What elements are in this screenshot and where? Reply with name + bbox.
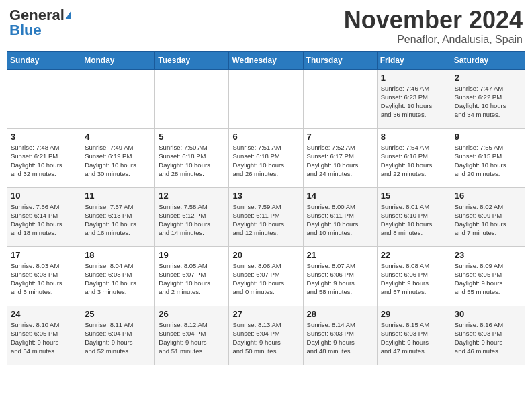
day-info: Sunrise: 7:46 AM Sunset: 6:23 PM Dayligh…: [381, 84, 447, 120]
day-info: Sunrise: 7:48 AM Sunset: 6:21 PM Dayligh…: [11, 143, 77, 179]
calendar-cell: 1Sunrise: 7:46 AM Sunset: 6:23 PM Daylig…: [377, 69, 451, 128]
day-number: 12: [159, 191, 225, 201]
day-info: Sunrise: 7:58 AM Sunset: 6:12 PM Dayligh…: [159, 202, 225, 238]
day-info: Sunrise: 8:11 AM Sunset: 6:04 PM Dayligh…: [85, 320, 151, 356]
weekday-header: Friday: [377, 51, 451, 69]
day-number: 7: [307, 132, 373, 142]
calendar-cell: 26Sunrise: 8:12 AM Sunset: 6:04 PM Dayli…: [155, 306, 229, 365]
logo-blue: Blue: [9, 21, 42, 39]
calendar-cell: 14Sunrise: 8:00 AM Sunset: 6:11 PM Dayli…: [303, 187, 377, 246]
day-number: 2: [455, 73, 521, 83]
calendar-week-row: 3Sunrise: 7:48 AM Sunset: 6:21 PM Daylig…: [7, 128, 525, 187]
day-number: 3: [11, 132, 77, 142]
calendar-cell: 22Sunrise: 8:08 AM Sunset: 6:06 PM Dayli…: [377, 246, 451, 306]
weekday-header: Saturday: [451, 51, 525, 69]
day-number: 9: [455, 132, 521, 142]
day-number: 29: [381, 309, 447, 319]
calendar-cell: [229, 69, 303, 128]
calendar-cell: 5Sunrise: 7:50 AM Sunset: 6:18 PM Daylig…: [155, 128, 229, 187]
calendar-cell: 27Sunrise: 8:13 AM Sunset: 6:04 PM Dayli…: [229, 306, 303, 365]
day-info: Sunrise: 8:05 AM Sunset: 6:07 PM Dayligh…: [159, 261, 225, 297]
day-info: Sunrise: 7:52 AM Sunset: 6:17 PM Dayligh…: [307, 143, 373, 179]
page-header: General Blue November 2024 Penaflor, And…: [7, 7, 525, 46]
calendar-cell: 25Sunrise: 8:11 AM Sunset: 6:04 PM Dayli…: [81, 306, 155, 365]
calendar-cell: 6Sunrise: 7:51 AM Sunset: 6:18 PM Daylig…: [229, 128, 303, 187]
calendar-cell: 8Sunrise: 7:54 AM Sunset: 6:16 PM Daylig…: [377, 128, 451, 187]
calendar-cell: 12Sunrise: 7:58 AM Sunset: 6:12 PM Dayli…: [155, 187, 229, 246]
day-number: 20: [232, 250, 299, 260]
day-number: 14: [307, 191, 373, 201]
day-info: Sunrise: 8:16 AM Sunset: 6:03 PM Dayligh…: [455, 320, 521, 356]
day-info: Sunrise: 8:14 AM Sunset: 6:03 PM Dayligh…: [307, 320, 373, 356]
calendar-cell: 16Sunrise: 8:02 AM Sunset: 6:09 PM Dayli…: [451, 187, 525, 246]
day-number: 17: [11, 250, 77, 260]
day-number: 16: [455, 191, 521, 201]
day-number: 27: [232, 309, 299, 319]
calendar-cell: 4Sunrise: 7:49 AM Sunset: 6:19 PM Daylig…: [81, 128, 155, 187]
day-number: 4: [85, 132, 151, 142]
weekday-header-row: SundayMondayTuesdayWednesdayThursdayFrid…: [7, 51, 525, 69]
calendar-cell: [155, 69, 229, 128]
calendar-cell: 28Sunrise: 8:14 AM Sunset: 6:03 PM Dayli…: [303, 306, 377, 365]
calendar-cell: [303, 69, 377, 128]
day-number: 6: [232, 132, 299, 142]
day-info: Sunrise: 8:12 AM Sunset: 6:04 PM Dayligh…: [159, 320, 225, 356]
calendar-week-row: 17Sunrise: 8:03 AM Sunset: 6:08 PM Dayli…: [7, 246, 525, 306]
day-info: Sunrise: 7:57 AM Sunset: 6:13 PM Dayligh…: [85, 202, 151, 238]
day-info: Sunrise: 7:49 AM Sunset: 6:19 PM Dayligh…: [85, 143, 151, 179]
calendar-cell: 2Sunrise: 7:47 AM Sunset: 6:22 PM Daylig…: [451, 69, 525, 128]
day-info: Sunrise: 8:00 AM Sunset: 6:11 PM Dayligh…: [307, 202, 373, 238]
calendar-cell: [7, 69, 81, 128]
calendar-cell: 13Sunrise: 7:59 AM Sunset: 6:11 PM Dayli…: [229, 187, 303, 246]
day-number: 11: [85, 191, 151, 201]
day-number: 15: [381, 191, 447, 201]
day-number: 24: [11, 309, 77, 319]
day-number: 19: [159, 250, 225, 260]
calendar-table: SundayMondayTuesdayWednesdayThursdayFrid…: [7, 51, 525, 365]
weekday-header: Sunday: [7, 51, 81, 69]
calendar-cell: 30Sunrise: 8:16 AM Sunset: 6:03 PM Dayli…: [451, 306, 525, 365]
day-info: Sunrise: 7:50 AM Sunset: 6:18 PM Dayligh…: [159, 143, 225, 179]
day-info: Sunrise: 8:06 AM Sunset: 6:07 PM Dayligh…: [232, 261, 299, 297]
calendar-cell: 29Sunrise: 8:15 AM Sunset: 6:03 PM Dayli…: [377, 306, 451, 365]
day-info: Sunrise: 8:04 AM Sunset: 6:08 PM Dayligh…: [85, 261, 151, 297]
calendar-cell: 21Sunrise: 8:07 AM Sunset: 6:06 PM Dayli…: [303, 246, 377, 306]
day-info: Sunrise: 7:55 AM Sunset: 6:15 PM Dayligh…: [455, 143, 521, 179]
day-number: 26: [159, 309, 225, 319]
calendar-cell: 20Sunrise: 8:06 AM Sunset: 6:07 PM Dayli…: [229, 246, 303, 306]
logo: General Blue: [9, 7, 71, 39]
day-number: 21: [307, 250, 373, 260]
logo-arrow-icon: [65, 11, 71, 19]
day-number: 13: [232, 191, 299, 201]
day-info: Sunrise: 8:08 AM Sunset: 6:06 PM Dayligh…: [381, 261, 447, 297]
day-number: 28: [307, 309, 373, 319]
calendar-cell: [81, 69, 155, 128]
weekday-header: Wednesday: [229, 51, 303, 69]
calendar-cell: 17Sunrise: 8:03 AM Sunset: 6:08 PM Dayli…: [7, 246, 81, 306]
calendar-cell: 11Sunrise: 7:57 AM Sunset: 6:13 PM Dayli…: [81, 187, 155, 246]
day-info: Sunrise: 8:03 AM Sunset: 6:08 PM Dayligh…: [11, 261, 77, 297]
day-number: 22: [381, 250, 447, 260]
calendar-week-row: 1Sunrise: 7:46 AM Sunset: 6:23 PM Daylig…: [7, 69, 525, 128]
day-info: Sunrise: 7:59 AM Sunset: 6:11 PM Dayligh…: [232, 202, 299, 238]
day-number: 23: [455, 250, 521, 260]
day-number: 5: [159, 132, 225, 142]
weekday-header: Tuesday: [155, 51, 229, 69]
day-info: Sunrise: 8:02 AM Sunset: 6:09 PM Dayligh…: [455, 202, 521, 238]
day-info: Sunrise: 8:07 AM Sunset: 6:06 PM Dayligh…: [307, 261, 373, 297]
day-info: Sunrise: 8:01 AM Sunset: 6:10 PM Dayligh…: [381, 202, 447, 238]
weekday-header: Thursday: [303, 51, 377, 69]
day-number: 18: [85, 250, 151, 260]
day-number: 1: [381, 73, 447, 83]
day-info: Sunrise: 8:09 AM Sunset: 6:05 PM Dayligh…: [455, 261, 521, 297]
location-subtitle: Penaflor, Andalusia, Spain: [344, 34, 523, 46]
month-title: November 2024: [344, 7, 523, 34]
title-block: November 2024 Penaflor, Andalusia, Spain: [344, 7, 523, 46]
day-info: Sunrise: 7:56 AM Sunset: 6:14 PM Dayligh…: [11, 202, 77, 238]
day-info: Sunrise: 7:51 AM Sunset: 6:18 PM Dayligh…: [232, 143, 299, 179]
day-info: Sunrise: 7:54 AM Sunset: 6:16 PM Dayligh…: [381, 143, 447, 179]
calendar-cell: 18Sunrise: 8:04 AM Sunset: 6:08 PM Dayli…: [81, 246, 155, 306]
day-number: 30: [455, 309, 521, 319]
day-info: Sunrise: 8:10 AM Sunset: 6:05 PM Dayligh…: [11, 320, 77, 356]
day-number: 8: [381, 132, 447, 142]
